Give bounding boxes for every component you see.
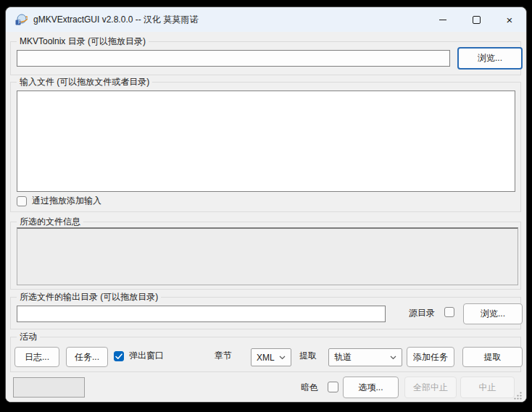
log-button[interactable]: 日志... <box>14 347 59 367</box>
mkvtoolnix-dir-input[interactable] <box>17 50 450 67</box>
extract-mode-label: 提取 <box>299 350 317 361</box>
chevron-down-icon <box>390 356 396 360</box>
abort-all-button[interactable]: 全部中止 <box>404 377 457 398</box>
client-area: MKVToolnix 目录 (可以拖放目录) 浏览... 输入文件 (可以拖放文… <box>6 32 526 403</box>
jobs-button[interactable]: 任务... <box>66 347 108 367</box>
output-dir-input[interactable] <box>17 306 386 322</box>
input-files-group-label: 输入文件 (可以拖放文件或者目录) <box>17 77 152 88</box>
chapter-label: 章节 <box>215 350 232 361</box>
caption-buttons: × <box>426 7 526 32</box>
activity-group: 活动 日志... 任务... 弹出窗口 章节 XML 提取 轨道 <box>10 337 521 372</box>
abort-button[interactable]: 中止 <box>460 377 515 398</box>
output-dir-group-label: 所选文件的输出目录 (可以拖放目录) <box>17 292 161 303</box>
source-dir-label: 源目录 <box>409 308 435 319</box>
dark-mode-label: 暗色 <box>301 382 318 393</box>
svg-text:F: F <box>18 20 21 25</box>
source-dir-checkbox[interactable] <box>444 307 454 317</box>
check-icon <box>115 353 122 360</box>
input-files-group: 输入文件 (可以拖放文件或者目录) 通过拖放添加输入 <box>10 82 521 212</box>
chapter-type-selected: XML <box>257 353 275 363</box>
progress-bar <box>13 377 85 398</box>
extract-mode-selected: 轨道 <box>334 351 352 363</box>
mkvtoolnix-browse-button[interactable]: 浏览... <box>457 47 523 70</box>
app-window: F gMKVExtractGUI v2.8.0.0 -- 汉化 莫莫雨诺 × M… <box>5 7 527 403</box>
add-job-button[interactable]: 添加任务 <box>407 347 454 367</box>
drag-drop-add-checkbox-label: 通过拖放添加输入 <box>32 196 101 206</box>
popup-window-checkbox[interactable] <box>114 351 124 361</box>
extract-button[interactable]: 提取 <box>462 347 523 367</box>
mkvtoolnix-dir-group-label: MKVToolnix 目录 (可以拖放目录) <box>17 36 149 47</box>
extract-mode-combo[interactable]: 轨道 <box>328 348 402 366</box>
chapter-type-combo[interactable]: XML <box>251 348 291 366</box>
minimize-icon[interactable] <box>426 7 460 32</box>
output-browse-button[interactable]: 浏览... <box>463 303 523 324</box>
input-files-list[interactable] <box>17 91 515 192</box>
drag-drop-add-checkbox[interactable] <box>17 196 27 206</box>
window-title: gMKVExtractGUI v2.8.0.0 -- 汉化 莫莫雨诺 <box>33 14 198 26</box>
file-info-textbox[interactable] <box>17 227 518 285</box>
output-dir-group: 所选文件的输出目录 (可以拖放目录) 源目录 浏览... <box>10 297 521 329</box>
maximize-icon[interactable] <box>460 7 493 32</box>
options-button[interactable]: 选项... <box>343 377 399 398</box>
app-icon: F <box>14 13 28 26</box>
file-info-group: 所选的文件信息 <box>10 222 521 290</box>
activity-group-label: 活动 <box>17 332 40 342</box>
chevron-down-icon <box>279 356 286 360</box>
popup-window-checkbox-label: 弹出窗口 <box>129 350 164 361</box>
titlebar: F gMKVExtractGUI v2.8.0.0 -- 汉化 莫莫雨诺 × <box>6 7 526 32</box>
mkvtoolnix-dir-group: MKVToolnix 目录 (可以拖放目录) 浏览... <box>10 41 521 75</box>
resize-grip-icon[interactable] <box>512 390 523 400</box>
file-info-group-label: 所选的文件信息 <box>17 216 83 227</box>
dark-mode-checkbox[interactable] <box>328 382 338 392</box>
close-icon[interactable]: × <box>493 7 526 32</box>
